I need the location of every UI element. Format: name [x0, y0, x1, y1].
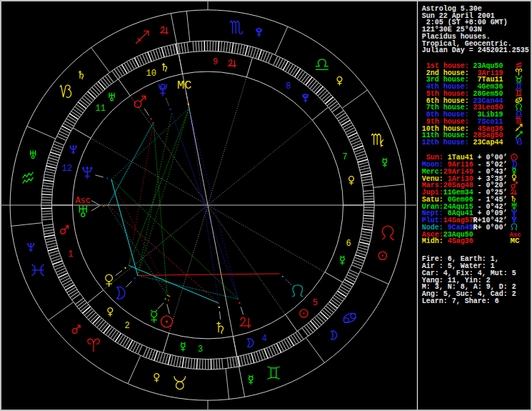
svg-text:23Cap44: 23Cap44 [473, 139, 503, 147]
svg-text:5: 5 [313, 298, 318, 308]
svg-text:Learn: 7, Share: 6: Learn: 7, Share: 6 [422, 297, 499, 305]
svg-text:3: 3 [198, 345, 203, 355]
svg-text:Midh:: Midh: [422, 237, 443, 245]
svg-text:MC: MC [511, 237, 521, 245]
svg-text:4: 4 [262, 334, 267, 344]
svg-text:4Sag36: 4Sag36 [443, 237, 473, 245]
svg-text:8: 8 [286, 81, 291, 91]
svg-text:2: 2 [124, 321, 129, 331]
svg-text:+ 0°00’: + 0°00’ [478, 224, 508, 232]
svg-text:11: 11 [95, 104, 105, 114]
svg-text:10: 10 [146, 69, 156, 79]
svg-text:9: 9 [213, 57, 218, 67]
svg-text:Julian Day = 2452021.2535: Julian Day = 2452021.2535 [422, 46, 529, 54]
svg-text:Asc: Asc [75, 196, 91, 206]
svg-text:6: 6 [346, 239, 351, 249]
svg-text:1: 1 [68, 249, 73, 259]
svg-text:MC: MC [177, 79, 191, 92]
svg-text:12: 12 [62, 164, 72, 174]
svg-text:7: 7 [342, 152, 347, 162]
svg-text:12th house:: 12th house: [422, 139, 469, 147]
